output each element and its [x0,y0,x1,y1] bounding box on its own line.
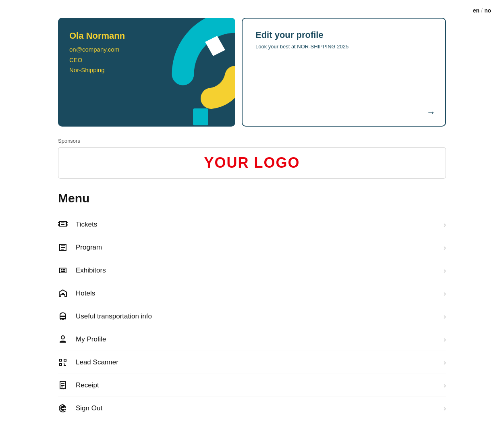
chevron-icon-hotels: › [444,289,446,298]
sponsors-label: Sponsors [58,138,446,144]
ticket-icon [58,220,73,229]
edit-profile-card[interactable]: Edit your profile Look your best at NOR-… [242,18,446,127]
menu-label-receipt: Receipt [76,381,444,389]
edit-profile-subtitle: Look your best at NOR-SHIPPING 2025 [255,44,432,50]
menu-list: Tickets › Program › Exhibitors › Hotels … [58,213,446,420]
profile-icon [58,335,73,344]
exhibitors-icon [58,266,73,275]
program-icon [58,243,73,252]
transport-icon [58,312,73,321]
lang-no[interactable]: no [484,7,491,14]
top-section: Ola Normann on@company.com CEO Nor-Shipp… [0,18,504,127]
language-bar: en / no [0,0,504,18]
lang-separator: / [481,7,483,14]
chevron-icon-profile: › [444,335,446,344]
menu-label-program: Program [76,243,444,252]
chevron-icon-exhibitors: › [444,266,446,275]
chevron-icon-transport: › [444,312,446,321]
profile-card: Ola Normann on@company.com CEO Nor-Shipp… [58,18,235,127]
chevron-icon-sign-out: › [444,404,446,413]
lang-en[interactable]: en [473,7,479,14]
hotels-icon [58,289,73,298]
menu-item-sign-out[interactable]: Sign Out › [58,397,446,420]
menu-item-receipt[interactable]: Receipt › [58,374,446,397]
chevron-icon-tickets: › [444,220,446,229]
sponsor-logo: YOUR LOGO [204,154,300,171]
menu-item-lead-scanner[interactable]: Lead Scanner › [58,351,446,374]
decorative-arcs [147,18,235,127]
menu-label-lead-scanner: Lead Scanner [76,358,444,366]
sponsors-box: YOUR LOGO [58,147,446,179]
menu-section: Menu Tickets › Program › Exhibitors › [0,191,504,420]
menu-item-hotels[interactable]: Hotels › [58,282,446,305]
menu-item-program[interactable]: Program › [58,236,446,259]
edit-profile-arrow[interactable]: → [427,107,436,118]
receipt-icon [58,381,73,390]
chevron-icon-receipt: › [444,381,446,390]
menu-label-transport: Useful transportation info [76,312,444,320]
svg-rect-1 [193,108,208,125]
menu-label-tickets: Tickets [76,220,444,229]
menu-label-exhibitors: Exhibitors [76,266,444,275]
menu-label-sign-out: Sign Out [76,404,444,412]
menu-item-exhibitors[interactable]: Exhibitors › [58,259,446,282]
chevron-icon-lead-scanner: › [444,358,446,367]
menu-title: Menu [58,191,446,205]
lead-scanner-icon [58,358,73,367]
sign-out-icon [58,403,73,413]
menu-label-hotels: Hotels [76,289,444,297]
chevron-icon-program: › [444,243,446,252]
menu-item-tickets[interactable]: Tickets › [58,213,446,236]
sponsors-section: Sponsors YOUR LOGO [0,138,504,179]
edit-profile-title: Edit your profile [255,30,432,40]
menu-label-profile: My Profile [76,335,444,343]
menu-item-profile[interactable]: My Profile › [58,328,446,351]
menu-item-transport[interactable]: Useful transportation info › [58,305,446,328]
